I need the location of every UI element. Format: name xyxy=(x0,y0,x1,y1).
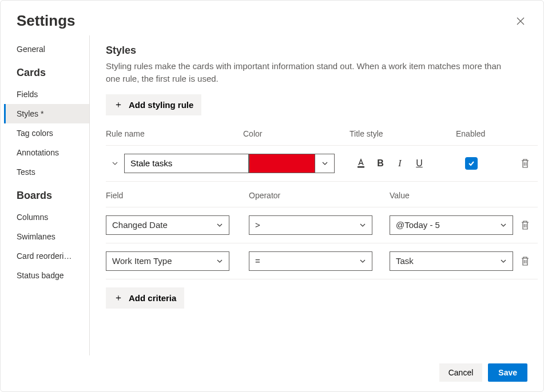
criteria-field-value: Work Item Type xyxy=(112,256,172,266)
criteria-value-select[interactable]: Task xyxy=(390,251,513,271)
chevron-down-icon xyxy=(216,258,223,265)
add-criteria-button[interactable]: ＋ Add criteria xyxy=(106,287,184,309)
italic-button[interactable]: I xyxy=(394,158,406,169)
col-field: Field xyxy=(106,191,249,200)
criteria-value-value: Task xyxy=(396,256,414,266)
criteria-columns-header: Field Operator Value xyxy=(106,191,538,207)
close-icon xyxy=(517,17,525,25)
sidebar-item-swimlanes[interactable]: Swimlanes xyxy=(4,227,89,246)
trash-icon xyxy=(521,256,530,266)
criteria-value-value: @Today - 5 xyxy=(396,220,440,230)
criteria-operator-value: = xyxy=(255,256,260,266)
sidebar-item-columns[interactable]: Columns xyxy=(4,207,89,227)
underline-button[interactable]: U xyxy=(414,158,425,169)
settings-title: Settings xyxy=(17,12,76,30)
col-operator: Operator xyxy=(249,191,390,200)
sidebar-item-tests[interactable]: Tests xyxy=(4,162,89,182)
criteria-operator-value: > xyxy=(255,220,260,230)
sidebar-item-card-reordering[interactable]: Card reorderi… xyxy=(4,246,89,266)
svg-rect-0 xyxy=(358,166,364,168)
delete-criteria-button[interactable] xyxy=(521,256,530,266)
settings-sidebar: General Cards Fields Styles * Tag colors… xyxy=(4,35,90,355)
add-styling-rule-label: Add styling rule xyxy=(129,100,193,110)
col-color: Color xyxy=(243,129,350,138)
sidebar-item-tag-colors[interactable]: Tag colors xyxy=(4,123,89,143)
sidebar-item-fields[interactable]: Fields xyxy=(4,85,89,104)
criteria-field-select[interactable]: Work Item Type xyxy=(106,251,229,271)
rule-expand-toggle[interactable] xyxy=(106,160,124,167)
font-color-button[interactable] xyxy=(355,158,367,169)
delete-rule-button[interactable] xyxy=(521,158,530,169)
add-styling-rule-button[interactable]: ＋ Add styling rule xyxy=(106,94,201,115)
chevron-down-icon xyxy=(500,258,507,265)
criteria-operator-select[interactable]: = xyxy=(249,251,372,271)
add-criteria-label: Add criteria xyxy=(129,293,176,303)
rule-columns-header: Rule name Color Title style Enabled xyxy=(106,129,538,145)
color-picker[interactable] xyxy=(249,154,335,173)
check-icon xyxy=(467,159,475,167)
sidebar-section-cards: Cards xyxy=(4,59,89,85)
chevron-down-icon xyxy=(359,258,366,265)
col-value: Value xyxy=(390,191,538,200)
chevron-down-icon xyxy=(321,160,328,167)
trash-icon xyxy=(521,220,530,230)
chevron-down-icon xyxy=(112,160,118,167)
sidebar-item-styles[interactable]: Styles * xyxy=(4,104,89,123)
col-enabled: Enabled xyxy=(456,129,538,138)
col-rule-name: Rule name xyxy=(106,129,243,138)
panel-description: Styling rules make the cards with import… xyxy=(106,60,518,85)
criteria-field-select[interactable]: Changed Date xyxy=(106,215,229,235)
criteria-row: Work Item Type = Task xyxy=(106,243,538,279)
sidebar-section-boards: Boards xyxy=(4,182,89,207)
chevron-down-icon xyxy=(359,222,366,229)
title-style-group: B I U xyxy=(355,158,425,169)
chevron-down-icon xyxy=(216,222,223,229)
save-button[interactable]: Save xyxy=(488,363,527,382)
rule-name-input[interactable] xyxy=(124,154,249,173)
enabled-checkbox[interactable] xyxy=(465,157,478,170)
dialog-footer: Cancel Save xyxy=(1,355,543,390)
sidebar-item-annotations[interactable]: Annotations xyxy=(4,143,89,162)
criteria-field-value: Changed Date xyxy=(112,220,168,230)
delete-criteria-button[interactable] xyxy=(521,220,530,230)
col-title-style: Title style xyxy=(350,129,456,138)
criteria-operator-select[interactable]: > xyxy=(249,215,372,235)
plus-icon: ＋ xyxy=(114,99,123,111)
plus-icon: ＋ xyxy=(114,292,123,304)
color-dropdown-arrow[interactable] xyxy=(315,154,334,173)
main-panel: Styles Styling rules make the cards with… xyxy=(90,35,543,355)
font-color-icon xyxy=(356,158,366,169)
close-button[interactable] xyxy=(514,14,527,28)
criteria-value-select[interactable]: @Today - 5 xyxy=(390,215,513,235)
enabled-cell xyxy=(465,157,478,170)
trash-icon xyxy=(521,158,530,169)
panel-title: Styles xyxy=(106,45,538,57)
color-swatch xyxy=(249,154,315,173)
criteria-row: Changed Date > @Today - 5 xyxy=(106,207,538,243)
chevron-down-icon xyxy=(500,222,507,229)
sidebar-item-general[interactable]: General xyxy=(4,42,89,59)
cancel-button[interactable]: Cancel xyxy=(439,363,483,382)
bold-button[interactable]: B xyxy=(375,158,386,169)
sidebar-item-status-badge[interactable]: Status badge xyxy=(4,266,89,285)
rule-row: B I U xyxy=(106,145,538,182)
